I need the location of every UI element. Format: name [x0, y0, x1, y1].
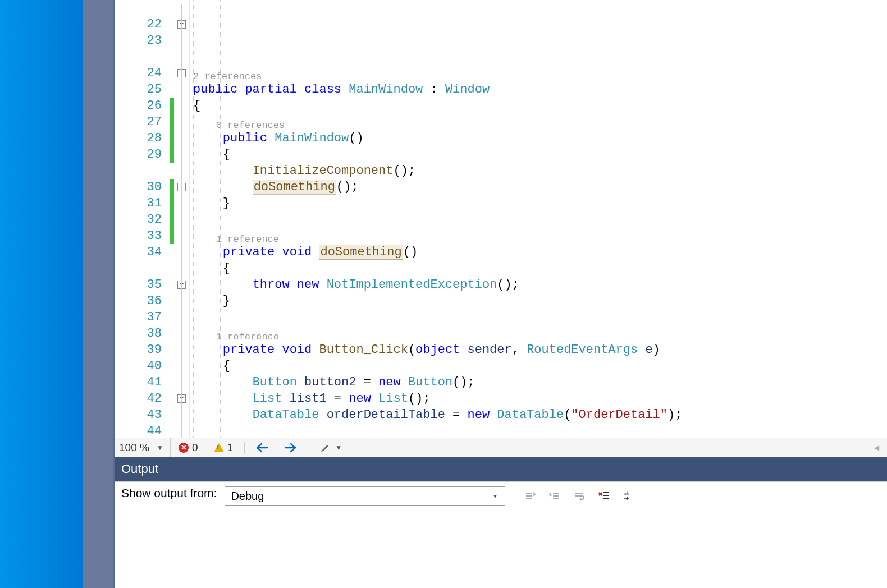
line-number: 23	[115, 33, 162, 49]
line-number: 32	[115, 212, 162, 228]
code-line[interactable]: private void doSomething()	[193, 244, 887, 260]
indent-guide	[193, 0, 194, 438]
word-wrap-button[interactable]	[567, 486, 592, 506]
output-toolbar-button[interactable]: ab	[616, 486, 641, 506]
editor-gutter: 2223242526272829303132333435363738394041…	[115, 0, 190, 438]
line-number: 40	[115, 358, 162, 374]
code-body[interactable]: 2 referencespublic partial class MainWin…	[190, 0, 887, 438]
codelens-references[interactable]: 2 references	[193, 65, 887, 81]
line-number: 34	[115, 244, 162, 260]
code-line[interactable]	[193, 212, 887, 228]
code-line[interactable]: throw new NotImplementedException();	[193, 277, 887, 293]
line-number: 31	[115, 195, 162, 212]
zoom-value: 100 %	[119, 442, 149, 454]
codelens-references[interactable]: 0 references	[193, 114, 887, 130]
code-line[interactable]: InitializeComponent();	[193, 163, 887, 179]
fold-column[interactable]: −−−−−	[174, 0, 190, 438]
output-source-selector[interactable]: Debug ▾	[225, 486, 505, 506]
clear-output-button[interactable]	[592, 486, 616, 506]
code-line[interactable]: {	[193, 358, 887, 374]
scroll-left-icon[interactable]: ◀	[872, 444, 887, 452]
window-chrome-strip	[83, 0, 113, 588]
nav-back-button[interactable]	[248, 443, 276, 453]
divider	[308, 442, 308, 454]
divider	[244, 442, 245, 454]
line-number: 22	[115, 16, 162, 33]
line-number-column: 2223242526272829303132333435363738394041…	[115, 0, 170, 438]
line-number: 33	[115, 228, 162, 244]
code-line[interactable]: DataTable orderDetailTable = new DataTab…	[193, 407, 887, 423]
line-number: 24	[115, 65, 162, 81]
line-number: 30	[115, 179, 162, 195]
codelens-references[interactable]: 1 reference	[193, 325, 887, 342]
line-number: 26	[115, 98, 162, 114]
line-number: 41	[115, 374, 162, 391]
line-number: 27	[115, 114, 162, 130]
output-toolbar-button[interactable]	[518, 486, 542, 506]
tracking-options[interactable]: ▼	[312, 443, 352, 453]
warning-count[interactable]: 1	[206, 442, 241, 454]
warning-icon	[214, 443, 224, 452]
ide-window: 2223242526272829303132333435363738394041…	[113, 0, 887, 588]
svg-text:ab: ab	[624, 491, 629, 497]
line-number: 37	[115, 309, 162, 325]
line-number: 42	[115, 391, 162, 407]
line-number: 44	[115, 423, 162, 438]
code-line[interactable]: public MainWindow()	[193, 130, 887, 146]
code-line[interactable]: List list1 = new List();	[193, 391, 887, 407]
chevron-down-icon: ▾	[491, 492, 499, 500]
code-line[interactable]: {	[193, 146, 887, 163]
error-icon: ✕	[179, 443, 189, 453]
line-number: 25	[115, 81, 162, 98]
codelens-references[interactable]: 1 reference	[193, 228, 887, 244]
code-line[interactable]: Button button2 = new Button();	[193, 374, 887, 391]
line-number: 35	[115, 277, 162, 293]
ide-root: 2223242526272829303132333435363738394041…	[0, 0, 887, 588]
change-indicator-column	[170, 0, 174, 438]
nav-forward-button[interactable]	[276, 443, 304, 453]
line-number: 29	[115, 146, 162, 163]
line-number: 28	[115, 130, 162, 146]
code-line[interactable]	[193, 309, 887, 325]
line-number: 38	[115, 325, 162, 342]
code-line[interactable]: }	[193, 293, 887, 309]
output-toolbar-button[interactable]	[542, 486, 567, 506]
chevron-down-icon[interactable]: ▼	[333, 444, 344, 452]
line-number: 43	[115, 407, 162, 423]
code-line[interactable]: public partial class MainWindow : Window	[193, 81, 887, 98]
line-number: 39	[115, 342, 162, 358]
chevron-down-icon[interactable]: ▼	[154, 444, 166, 452]
code-line[interactable]: private void Button_Click(object sender,…	[193, 342, 887, 358]
output-panel-header[interactable]: Output	[115, 457, 887, 481]
indent-guide	[220, 0, 221, 438]
output-source-label: Show output from:	[121, 486, 217, 500]
error-count[interactable]: ✕ 0	[171, 442, 206, 454]
desktop-background	[0, 0, 83, 588]
line-number: 36	[115, 293, 162, 309]
editor-status-bar: 100 % ▼ ✕ 0 1	[115, 438, 887, 457]
code-line[interactable]: {	[193, 260, 887, 277]
code-line[interactable]: }	[193, 195, 887, 212]
output-panel-body: Show output from: Debug ▾	[115, 481, 887, 588]
code-line[interactable]: {	[193, 98, 887, 114]
pen-icon	[319, 443, 330, 453]
code-editor[interactable]: 2223242526272829303132333435363738394041…	[115, 0, 887, 457]
code-line[interactable]	[193, 423, 887, 438]
zoom-selector[interactable]: 100 % ▼	[115, 438, 171, 457]
output-title: Output	[121, 462, 158, 476]
code-line[interactable]: doSomething();	[193, 179, 887, 195]
